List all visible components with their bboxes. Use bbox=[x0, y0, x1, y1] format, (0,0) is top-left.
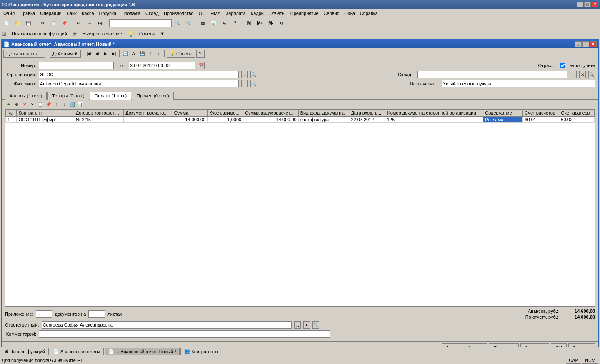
close-button[interactable]: ✕ bbox=[592, 2, 598, 7]
minimize-button[interactable]: _ bbox=[577, 2, 583, 7]
doc-close-button[interactable]: ✕ bbox=[590, 41, 597, 47]
tab-payment[interactable]: Оплата (1 поз.) bbox=[90, 92, 131, 100]
toolbar-chart[interactable]: 📊 bbox=[208, 19, 218, 28]
person-input[interactable] bbox=[39, 80, 239, 87]
cell-kurs[interactable]: 1,0000 bbox=[208, 117, 243, 123]
cell-summa-vzaim[interactable]: 14 000,00 bbox=[243, 117, 299, 123]
tbl-add-copy[interactable]: ⊕ bbox=[13, 100, 20, 108]
toolbar-search-go[interactable]: 🔍 bbox=[172, 19, 182, 28]
quick-tips-btn[interactable]: Советы bbox=[138, 31, 157, 37]
toolbar-new[interactable]: 📄 bbox=[2, 19, 12, 28]
toolbar-next[interactable]: ⏭ bbox=[95, 19, 105, 28]
doc-nav-next[interactable]: ▶ bbox=[102, 50, 109, 57]
maximize-button[interactable]: □ bbox=[584, 2, 591, 7]
doc-restore-button[interactable]: □ bbox=[582, 41, 589, 47]
doc-minimize-button[interactable]: _ bbox=[575, 41, 582, 47]
otvetstvennyj-search-btn[interactable]: 🔍 bbox=[312, 321, 319, 329]
kommentarij-input[interactable] bbox=[39, 330, 330, 338]
toolbar-copy[interactable]: 📋 bbox=[48, 19, 58, 28]
doc-window-controls[interactable]: _ □ ✕ bbox=[575, 41, 597, 47]
toolbar-paste[interactable]: 📌 bbox=[59, 19, 69, 28]
date-input[interactable] bbox=[129, 62, 195, 69]
otvetstvennyj-clear-btn[interactable]: ✕ bbox=[303, 321, 310, 329]
menu-warehouse[interactable]: Склад bbox=[143, 10, 161, 17]
doc-nav-last[interactable]: ▶| bbox=[110, 50, 118, 57]
org-select-btn[interactable]: ... bbox=[241, 71, 248, 78]
menu-production[interactable]: Производство bbox=[161, 10, 196, 17]
tbl-paste[interactable]: 📌 bbox=[45, 100, 52, 108]
nalog-uchet-checkbox[interactable] bbox=[560, 63, 565, 68]
doc-down[interactable]: ↓ bbox=[155, 50, 162, 57]
toolbar-open[interactable]: 📂 bbox=[12, 19, 22, 28]
sklad-search-btn[interactable]: 🔍 bbox=[588, 71, 595, 78]
menu-service[interactable]: Сервис bbox=[321, 10, 342, 17]
taskbar-contragents[interactable]: 👥 Контрагенты bbox=[180, 348, 222, 355]
menu-edit[interactable]: Правка bbox=[17, 10, 38, 17]
doc-refresh[interactable]: 🔄 bbox=[122, 50, 129, 57]
cell-soderzhanie[interactable]: Реклама bbox=[483, 117, 523, 123]
taskbar-new-report[interactable]: 📄 ... Авансовый отчет. Новый * bbox=[105, 348, 180, 355]
tab-avances[interactable]: Авансы (1 поз.) bbox=[5, 92, 47, 100]
menu-kassa[interactable]: Касса bbox=[79, 10, 97, 17]
naznachenie-input[interactable] bbox=[442, 80, 595, 87]
cell-schet-avansov[interactable]: 60.02 bbox=[559, 117, 595, 123]
cell-dogovor[interactable]: № 2/15 bbox=[74, 117, 124, 123]
menu-nma[interactable]: НМА bbox=[208, 10, 223, 17]
menu-enterprise[interactable]: Предприятие bbox=[288, 10, 321, 17]
quick-learn-btn[interactable]: Быстрое освоение bbox=[81, 31, 124, 37]
toolbar-redo[interactable]: ↪ bbox=[84, 19, 94, 28]
toolbar-save[interactable]: 💾 bbox=[23, 19, 33, 28]
otvetstvennyj-input[interactable] bbox=[42, 321, 292, 329]
tbl-cut[interactable]: ✂ bbox=[29, 100, 36, 108]
tbl-delete[interactable]: ✕ bbox=[21, 100, 28, 108]
toolbar-undo[interactable]: ↩ bbox=[73, 19, 83, 28]
number-input[interactable] bbox=[39, 62, 114, 69]
toolbar-search-input[interactable] bbox=[109, 19, 172, 27]
org-search-btn[interactable]: 🔍 bbox=[250, 71, 257, 78]
menu-os[interactable]: ОС bbox=[196, 10, 208, 17]
taskbar-panel[interactable]: ⊞ Панель функций bbox=[1, 348, 49, 355]
doc-up[interactable]: ↑ bbox=[147, 50, 154, 57]
cell-document[interactable] bbox=[124, 117, 172, 123]
tbl-sort1[interactable]: 🔢 bbox=[68, 100, 76, 108]
menu-purchase[interactable]: Покупка bbox=[97, 10, 119, 17]
org-input[interactable] bbox=[39, 71, 239, 78]
toolbar-mplus[interactable]: M+ bbox=[255, 19, 265, 28]
prices-currency-btn[interactable]: Цены и валюта... bbox=[3, 50, 45, 58]
menu-operations[interactable]: Операции bbox=[38, 10, 64, 17]
toolbar-settings[interactable]: ⚙ bbox=[277, 19, 287, 28]
date-picker-btn[interactable]: 📅 bbox=[198, 62, 205, 69]
tab-goods[interactable]: Товары (0 поз.) bbox=[48, 92, 89, 100]
tab-other[interactable]: Прочее (0 поз.) bbox=[132, 92, 173, 100]
cell-nomer-doc[interactable]: 125 bbox=[385, 117, 483, 123]
menu-windows[interactable]: Окна bbox=[342, 10, 358, 17]
toolbar-search-next[interactable]: 🔍 bbox=[183, 19, 193, 28]
cell-data-vhod[interactable]: 22.07.2012 bbox=[349, 117, 385, 123]
cell-vid-vhod[interactable]: счет-фактура bbox=[298, 117, 349, 123]
otvetstvennyj-select-btn[interactable]: ... bbox=[294, 321, 301, 329]
help-doc-btn[interactable]: ? bbox=[196, 50, 205, 58]
toolbar-cut[interactable]: ✂ bbox=[38, 19, 48, 28]
tbl-sort2[interactable]: 📊 bbox=[76, 100, 84, 108]
table-row[interactable]: 1 ООО "ТНТ-Эфир" № 2/15 14 000,00 1,0000… bbox=[6, 117, 595, 123]
doc-save[interactable]: 💾 bbox=[138, 50, 146, 57]
cell-summa[interactable]: 14 000,00 bbox=[172, 117, 208, 123]
tbl-up[interactable]: ↑ bbox=[52, 100, 60, 108]
tbl-add[interactable]: + bbox=[5, 100, 12, 108]
sklad-clear-btn[interactable]: ✕ bbox=[579, 71, 586, 78]
doc-print[interactable]: 🖨 bbox=[130, 50, 138, 57]
menu-sales[interactable]: Продажа bbox=[119, 10, 143, 17]
actions-btn[interactable]: Действия ▼ bbox=[50, 50, 81, 58]
taskbar-avances[interactable]: 📄 Авансовые отчеты bbox=[50, 348, 104, 355]
menu-reports[interactable]: Отчеты bbox=[267, 10, 288, 17]
listah-input[interactable] bbox=[88, 310, 105, 318]
doc-nav-first[interactable]: |◀ bbox=[85, 50, 92, 57]
tbl-copy[interactable]: 📋 bbox=[37, 100, 44, 108]
cell-schet-raschetov[interactable]: 60.01 bbox=[523, 117, 559, 123]
app-window-controls[interactable]: _ □ ✕ bbox=[577, 2, 598, 7]
tips-btn[interactable]: 💡 Советы bbox=[167, 50, 195, 58]
menu-hr[interactable]: Кадры bbox=[248, 10, 267, 17]
menu-bank[interactable]: Банк bbox=[64, 10, 79, 17]
person-search-btn[interactable]: 🔍 bbox=[250, 80, 257, 87]
doc-nav-prev[interactable]: ◀ bbox=[93, 50, 101, 57]
